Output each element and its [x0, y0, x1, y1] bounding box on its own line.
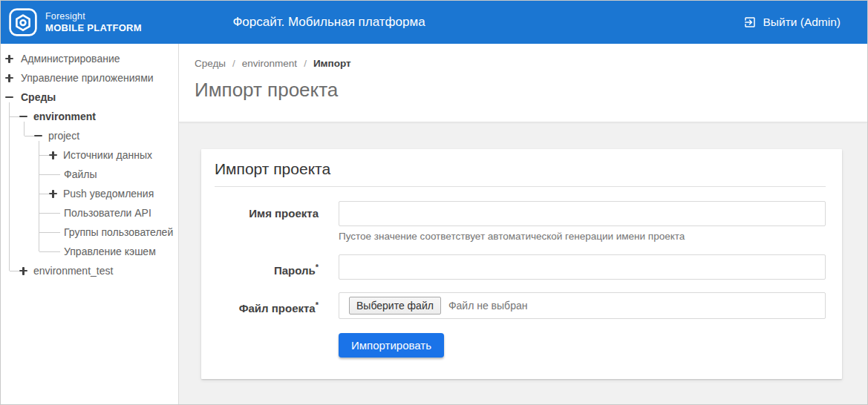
minus-icon[interactable] [34, 132, 42, 140]
logo-text: Foresight MOBILE PLATFORM [45, 11, 142, 33]
tree-connector [39, 155, 49, 156]
file-input[interactable]: Выберите файл Файл не выбран [339, 292, 826, 319]
password-input[interactable] [339, 254, 826, 280]
page-title: Импорт проекта [195, 79, 867, 102]
tree-item-app-management[interactable]: Управление приложениями [1, 68, 178, 88]
tree-item-data-sources[interactable]: Источники данных [1, 145, 178, 165]
breadcrumb-environments[interactable]: Среды [195, 58, 226, 69]
breadcrumb-current-import: Импорт [313, 58, 351, 69]
submit-row-spacer [215, 333, 319, 358]
tree-connector [39, 194, 49, 194]
project-name-label: Имя проекта [215, 201, 319, 242]
project-name-input[interactable] [339, 201, 826, 226]
tree-connector [39, 251, 60, 252]
file-status-text: Файл не выбран [448, 300, 528, 312]
header-title: Форсайт. Мобильная платформа [232, 15, 425, 30]
tree-connector [39, 232, 60, 233]
app-header: Foresight MOBILE PLATFORM Форсайт. Мобил… [1, 1, 867, 44]
project-file-row: Файл проекта* Выберите файл Файл не выбр… [215, 292, 826, 321]
tree-item-environment[interactable]: environment [1, 107, 178, 126]
plus-icon[interactable] [19, 267, 27, 275]
password-label: Пароль* [215, 254, 319, 283]
tree-item-push-notifications[interactable]: Push уведомления [1, 184, 178, 203]
plus-icon[interactable] [49, 151, 57, 159]
project-name-help-text: Пустое значение соответствует автоматиче… [339, 231, 826, 242]
import-button[interactable]: Импортировать [339, 333, 444, 358]
plus-icon[interactable] [49, 190, 57, 198]
logo[interactable]: Foresight MOBILE PLATFORM [8, 7, 142, 37]
breadcrumb-environment[interactable]: environment [242, 58, 297, 69]
tree-item-user-groups[interactable]: Группы пользователей [1, 223, 178, 242]
content-area: Среды / environment / Импорт Импорт прое… [179, 44, 867, 404]
tree-connector [10, 271, 19, 271]
tree-item-cache-management[interactable]: Управление кэшем [1, 242, 178, 261]
tree-connector [25, 136, 34, 136]
logo-text-line1: Foresight [45, 11, 142, 22]
breadcrumb-separator: / [232, 58, 235, 69]
choose-file-button[interactable]: Выберите файл [349, 297, 441, 315]
tree-item-administration[interactable]: Администрирование [1, 49, 178, 68]
foresight-logo-icon [8, 7, 38, 37]
tree-item-environment-test[interactable]: environment_test [1, 261, 178, 280]
tree-connector [10, 116, 19, 117]
tree-item-api-users[interactable]: Пользователи API [1, 203, 178, 223]
logout-button[interactable]: Выйти (Admin) [743, 16, 841, 29]
required-asterisk: * [316, 263, 319, 271]
logo-text-line2: MOBILE PLATFORM [45, 22, 142, 33]
submit-row: Импортировать [215, 333, 826, 358]
minus-icon[interactable] [19, 113, 27, 121]
project-name-row: Имя проекта Пустое значение соответствуе… [215, 201, 826, 242]
tree-connector [39, 174, 60, 175]
breadcrumb-separator: / [304, 58, 307, 69]
tree-item-environments[interactable]: Среды [1, 88, 178, 107]
card-title: Импорт проекта [215, 158, 826, 186]
plus-icon[interactable] [5, 74, 13, 82]
logout-label: Выйти (Admin) [763, 16, 841, 29]
content-body: Импорт проекта Имя проекта Пустое значен… [179, 122, 867, 404]
minus-icon[interactable] [5, 93, 13, 102]
tree-item-files[interactable]: Файлы [1, 165, 178, 184]
app-window: Foresight MOBILE PLATFORM Форсайт. Мобил… [0, 0, 868, 405]
plus-icon[interactable] [5, 55, 13, 63]
breadcrumb: Среды / environment / Импорт [195, 44, 867, 69]
tree-item-project[interactable]: project [1, 126, 178, 145]
password-row: Пароль* [215, 254, 826, 283]
required-asterisk: * [316, 300, 319, 309]
logout-icon [743, 16, 757, 29]
sidebar-tree: Администрирование Управление приложениям… [1, 44, 179, 404]
page-header-band: Среды / environment / Импорт Импорт прое… [179, 44, 867, 122]
import-form-card: Импорт проекта Имя проекта Пустое значен… [201, 149, 842, 379]
import-form: Имя проекта Пустое значение соответствуе… [215, 187, 826, 358]
tree-connector [39, 213, 60, 214]
project-file-label: Файл проекта* [215, 292, 319, 321]
